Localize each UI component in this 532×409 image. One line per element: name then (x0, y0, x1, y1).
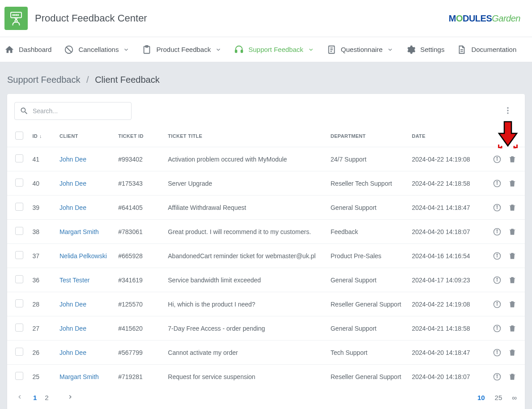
row-ticket-title: AbandonedCart reminder ticket for webmas… (163, 244, 326, 268)
row-date: 2024-04-22 14:19:08 (407, 147, 484, 171)
col-date[interactable]: DATE (407, 125, 484, 147)
row-checkbox[interactable] (15, 372, 23, 380)
nav-product-feedback[interactable]: Product Feedback (142, 45, 221, 55)
search-input[interactable] (14, 102, 132, 120)
client-link[interactable]: John Dee (60, 349, 86, 356)
page-size[interactable]: 10 (477, 394, 485, 401)
trash-icon[interactable] (508, 276, 517, 285)
more-vertical-icon (503, 106, 512, 115)
client-link[interactable]: Test Tester (60, 277, 89, 284)
table-row: 27 John Dee #415620 7-Day Free Access - … (7, 316, 525, 341)
col-ticket-title[interactable]: TICKET TITLE (163, 125, 326, 147)
row-client: John Dee (55, 196, 114, 220)
row-date: 2024-04-22 14:18:58 (407, 171, 484, 196)
client-link[interactable]: John Dee (60, 180, 86, 187)
feedback-card: ID↓ CLIENT TICKET ID TICKET TITLE DEPART… (7, 94, 525, 409)
col-client[interactable]: CLIENT (55, 125, 114, 147)
svg-point-41 (497, 302, 498, 303)
info-icon[interactable] (493, 203, 502, 212)
row-id: 27 (28, 316, 55, 341)
client-link[interactable]: John Dee (60, 156, 86, 163)
client-link[interactable]: Margart Smith (60, 228, 99, 235)
breadcrumb-current: Client Feedback (95, 75, 160, 85)
page-size[interactable]: ∞ (512, 394, 517, 401)
client-link[interactable]: Margart Smith (60, 373, 99, 380)
svg-point-29 (497, 205, 498, 206)
row-checkbox[interactable] (15, 348, 23, 356)
info-icon[interactable] (493, 179, 502, 188)
breadcrumb-parent[interactable]: Support Feedback (7, 75, 80, 85)
page-size[interactable]: 25 (495, 394, 502, 401)
info-icon[interactable] (493, 372, 502, 381)
info-icon[interactable] (493, 300, 502, 309)
row-checkbox[interactable] (15, 324, 23, 332)
info-icon[interactable] (493, 348, 502, 357)
row-checkbox[interactable] (15, 275, 23, 283)
info-icon[interactable] (493, 324, 502, 333)
col-ticket-id[interactable]: TICKET ID (114, 125, 163, 147)
document-icon (457, 45, 467, 55)
trash-icon[interactable] (508, 179, 517, 188)
page-next[interactable] (66, 394, 75, 401)
row-checkbox[interactable] (15, 251, 23, 259)
table-row: 36 Test Tester #341619 Service bandwidth… (7, 268, 525, 292)
chevron-down-icon (308, 47, 314, 53)
select-all-checkbox[interactable] (15, 132, 23, 140)
nav-support-feedback[interactable]: Support Feedback (234, 45, 314, 55)
row-date: 2024-04-20 14:18:47 (407, 341, 484, 365)
nav-dashboard[interactable]: Dashboard (4, 45, 51, 55)
row-client: John Dee (55, 341, 114, 365)
row-ticket-id: #415620 (114, 316, 163, 341)
svg-point-38 (497, 278, 498, 279)
row-id: 25 (28, 365, 55, 389)
trash-icon[interactable] (508, 324, 517, 333)
trash-icon[interactable] (508, 251, 517, 260)
row-ticket-id: #783061 (114, 220, 163, 244)
nav-documentation[interactable]: Documentation (457, 45, 516, 55)
table-row: 26 John Dee #567799 Cannot activate my o… (7, 341, 525, 365)
row-checkbox[interactable] (15, 179, 23, 187)
nav-settings[interactable]: Settings (406, 45, 444, 55)
trash-icon[interactable] (508, 203, 517, 212)
cancel-icon (64, 45, 74, 55)
row-ticket-id: #341619 (114, 268, 163, 292)
trash-icon[interactable] (508, 227, 517, 236)
row-ticket-title: Server Upgrade (163, 171, 326, 196)
row-checkbox[interactable] (15, 299, 23, 307)
trash-icon[interactable] (508, 348, 517, 357)
page-number[interactable]: 1 (33, 394, 37, 401)
app-title: Product Feedback Center (35, 13, 449, 24)
col-id[interactable]: ID↓ (28, 125, 55, 147)
client-link[interactable]: John Dee (60, 301, 86, 308)
row-department: General Support (326, 316, 408, 341)
form-icon (327, 45, 336, 55)
row-date: 2024-04-20 14:18:07 (407, 220, 484, 244)
svg-point-47 (497, 350, 498, 351)
nav-questionnaire[interactable]: Questionnaire (327, 45, 393, 55)
client-link[interactable]: John Dee (60, 204, 86, 211)
svg-point-1 (13, 15, 13, 16)
info-icon[interactable] (493, 227, 502, 236)
info-icon[interactable] (493, 276, 502, 285)
info-icon[interactable] (493, 251, 502, 260)
page-number[interactable]: 2 (45, 394, 48, 401)
row-client: Nelida Pelkowski (55, 244, 114, 268)
table-row: 38 Margart Smith #783061 Great product. … (7, 220, 525, 244)
row-checkbox[interactable] (15, 227, 23, 235)
trash-icon[interactable] (508, 372, 517, 381)
nav-cancellations[interactable]: Cancellations (64, 45, 129, 55)
row-id: 37 (28, 244, 55, 268)
info-icon[interactable] (493, 155, 502, 164)
col-department[interactable]: DEPARTMENT (326, 125, 408, 147)
client-link[interactable]: John Dee (60, 325, 86, 332)
page-prev[interactable] (15, 394, 24, 401)
row-ticket-id: #665928 (114, 244, 163, 268)
trash-icon[interactable] (508, 300, 517, 309)
client-link[interactable]: Nelida Pelkowski (60, 252, 107, 260)
more-button[interactable] (503, 106, 512, 116)
row-department: General Support (326, 196, 408, 220)
trash-icon[interactable] (508, 155, 517, 164)
brand-logo: MODULESGarden (449, 13, 520, 24)
row-checkbox[interactable] (15, 154, 23, 162)
row-checkbox[interactable] (15, 203, 23, 211)
